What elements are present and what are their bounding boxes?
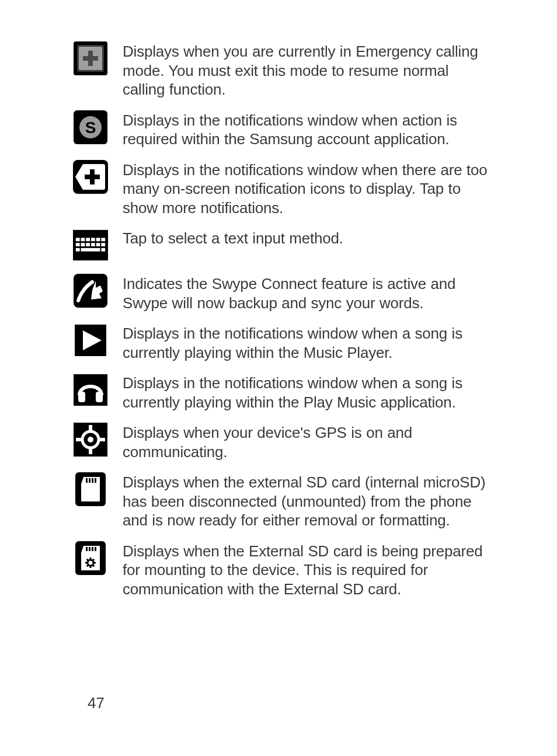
svg-rect-48 [95,547,96,551]
icon-description: Displays in the notifications window whe… [123,323,493,362]
svg-rect-4 [83,56,98,61]
icon-cell [73,541,123,576]
icon-description: Displays when you are currently in Emerg… [123,41,493,99]
icon-cell [73,159,123,194]
icon-description-row: Displays when the external SD card (inte… [73,472,493,530]
icon-cell [73,372,123,407]
svg-rect-43 [95,478,96,483]
svg-rect-23 [101,243,105,246]
icon-cell [73,472,123,507]
manual-page: Displays when you are currently in Emerg… [0,0,557,756]
icon-description-row: Tap to select a text input method. [73,228,493,263]
icon-cell [73,273,123,308]
svg-rect-30 [78,392,85,402]
icon-description: Displays when your device's GPS is on an… [123,422,493,461]
icon-cell [73,422,123,457]
icon-description-row: Displays in the notifications window whe… [73,159,493,218]
svg-rect-42 [92,478,93,483]
page-number: 47 [88,694,105,712]
svg-rect-18 [76,243,80,246]
svg-rect-20 [86,243,90,246]
svg-rect-10 [85,175,100,179]
svg-rect-38 [99,438,105,441]
svg-rect-41 [89,478,90,483]
svg-rect-22 [96,243,100,246]
icon-description-row: Displays in the notifications window whe… [73,323,493,362]
icon-cell [73,41,123,76]
svg-line-54 [87,559,89,560]
icon-description: Displays in the notifications window whe… [123,110,493,149]
icon-description-row: Displays in the notifications window whe… [73,372,493,412]
icon-description: Displays when the External SD card is be… [123,541,493,599]
icon-cell [73,323,123,358]
svg-rect-21 [91,243,95,246]
headphones-icon [73,372,108,407]
more-notifications-plus-arrow-icon [73,159,108,194]
emergency-call-plus-icon [73,41,108,76]
icon-description: Displays in the notifications window whe… [123,372,493,412]
svg-rect-31 [96,392,103,402]
sd-card-unmounted-icon [73,472,108,507]
svg-rect-37 [76,438,82,441]
icon-description-row: Displays when you are currently in Emerg… [73,41,493,99]
gps-target-icon [73,422,108,457]
svg-rect-24 [76,248,80,252]
icon-cell [73,228,123,263]
icon-description: Tap to select a text input method. [123,228,493,248]
svg-rect-12 [76,238,80,241]
icon-cell: S [73,110,123,145]
icon-description-row: Displays when your device's GPS is on an… [73,422,493,461]
svg-line-56 [87,565,89,566]
icon-description: Displays in the notifications window whe… [123,159,493,218]
svg-rect-17 [101,238,105,241]
svg-rect-16 [96,238,100,241]
icon-description: Displays when the external SD card (inte… [123,472,493,530]
svg-rect-26 [101,248,105,252]
samsung-account-s-icon: S [73,110,108,145]
sd-card-preparing-icon [73,541,108,576]
svg-line-55 [93,565,95,566]
svg-line-57 [93,559,95,560]
svg-point-34 [88,437,93,443]
swype-connect-icon [73,273,108,308]
icon-description-row: Indicates the Swype Connect feature is a… [73,273,493,312]
svg-rect-15 [91,238,95,241]
svg-rect-13 [81,238,85,241]
icon-description: Indicates the Swype Connect feature is a… [123,273,493,312]
svg-rect-46 [89,547,90,551]
keyboard-icon [73,228,108,263]
svg-rect-36 [89,448,92,454]
svg-rect-14 [86,238,90,241]
svg-text:S: S [85,119,96,137]
icon-description-row: S Displays in the notifications window w… [73,110,493,149]
svg-rect-47 [92,547,93,551]
svg-rect-19 [81,243,85,246]
svg-rect-35 [89,425,92,431]
svg-rect-40 [86,478,88,483]
play-triangle-icon [73,323,108,358]
svg-rect-45 [86,547,88,551]
icon-description-row: Displays when the External SD card is be… [73,541,493,599]
svg-rect-25 [81,248,100,252]
